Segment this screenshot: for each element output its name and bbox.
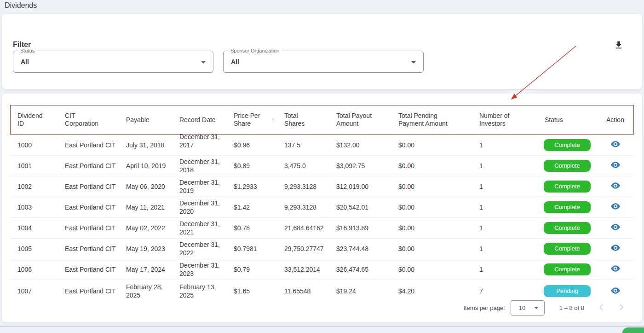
dividends-table-card: Dividend ID CIT Corporation Payable Reco… (2, 93, 642, 322)
col-header-dividend-id[interactable]: Dividend ID (10, 105, 58, 134)
cell-number-of-investors: 1 (472, 197, 537, 217)
cell-total-shares: 29,750.27747 (277, 238, 329, 259)
cell-total-shares: 11.65548 (277, 280, 329, 303)
col-header-number-of-investors[interactable]: Number of Investors (472, 105, 537, 134)
cell-total-pending-payment-amount: $0.00 (391, 217, 472, 238)
status-filter-value: All (21, 58, 29, 65)
cell-cit-corporation: East Portland CIT (58, 280, 119, 303)
cell-total-pending-payment-amount: $0.00 (391, 176, 472, 197)
cell-action (599, 197, 633, 217)
chevron-down-icon (201, 61, 206, 64)
status-filter-select[interactable]: Status All (13, 51, 213, 73)
cell-total-payout-amount: $132.00 (329, 134, 391, 155)
cell-dividend-id: 1006 (10, 259, 58, 280)
col-header-total-pending-payment-amount[interactable]: Total Pending Payment Amount (391, 105, 472, 134)
cell-status: Complete (537, 259, 599, 280)
chevron-down-icon (535, 307, 538, 309)
cell-total-payout-amount: $12,019.00 (329, 176, 391, 197)
col-header-cit-corporation[interactable]: CIT Corporation (58, 105, 119, 134)
cell-price-per-share: $1.2933 (226, 176, 277, 197)
eye-icon[interactable] (610, 264, 621, 274)
status-badge: Complete (544, 181, 591, 193)
cell-action (599, 259, 633, 280)
eye-icon[interactable] (610, 286, 621, 296)
col-header-total-shares[interactable]: Total Shares (277, 105, 329, 134)
cell-cit-corporation: East Portland CIT (58, 217, 119, 238)
items-per-page-select[interactable]: 10 (511, 300, 545, 315)
cell-price-per-share: $1.42 (226, 197, 277, 217)
cell-price-per-share: $0.89 (226, 155, 277, 176)
cell-number-of-investors: 1 (472, 176, 537, 197)
col-header-action: Action (599, 105, 633, 134)
cell-record-date: December 31, 2018 (172, 155, 226, 176)
status-badge: Complete (544, 160, 591, 172)
cell-payable: April 10, 2019 (119, 155, 172, 176)
cell-status: Complete (537, 134, 599, 155)
cell-dividend-id: 1003 (10, 197, 58, 217)
cell-total-shares: 9,293.3128 (277, 176, 329, 197)
cell-action (599, 238, 633, 259)
cell-cit-corporation: East Portland CIT (58, 134, 119, 155)
cell-total-pending-payment-amount: $0.00 (391, 259, 472, 280)
cell-action (599, 176, 633, 197)
eye-icon[interactable] (610, 244, 621, 253)
status-filter-label: Status (18, 48, 37, 53)
cell-price-per-share: $0.7981 (226, 238, 277, 259)
cell-total-pending-payment-amount: $0.00 (391, 155, 472, 176)
cell-record-date: December 31, 2020 (172, 197, 226, 217)
eye-icon[interactable] (610, 202, 621, 212)
cell-total-pending-payment-amount: $4.20 (391, 280, 472, 303)
table-row: 1007 East Portland CIT February 28, 2025… (10, 280, 633, 303)
col-header-total-payout-amount[interactable]: Total Payout Amount (329, 105, 391, 134)
eye-icon[interactable] (610, 181, 621, 191)
status-badge: Complete (544, 201, 591, 213)
cell-dividend-id: 1000 (10, 134, 58, 155)
col-header-payable[interactable]: Payable (119, 105, 172, 134)
cell-number-of-investors: 7 (472, 280, 537, 303)
window-divider (0, 326, 644, 327)
cell-price-per-share: $0.78 (226, 217, 277, 238)
cell-payable: May 19, 2023 (119, 238, 172, 259)
cell-total-pending-payment-amount: $0.00 (391, 197, 472, 217)
page-title: Dividends (5, 1, 37, 10)
cell-total-payout-amount: $3,092.75 (329, 155, 391, 176)
col-header-record-date[interactable]: Record Date (172, 105, 226, 134)
chevron-left-icon[interactable] (597, 302, 605, 314)
cell-record-date: February 13, 2025 (172, 280, 226, 303)
eye-icon[interactable] (610, 223, 621, 233)
cell-total-payout-amount: $16,913.89 (329, 217, 391, 238)
cell-total-shares: 21,684.64162 (277, 217, 329, 238)
cell-total-pending-payment-amount: $0.00 (391, 134, 472, 155)
items-per-page-label: Items per page: (463, 304, 505, 311)
cell-record-date: December 31, 2017 (172, 134, 226, 155)
cell-payable: May 17, 2024 (119, 259, 172, 280)
cell-total-payout-amount: $20,542.01 (329, 197, 391, 217)
cell-record-date: December 31, 2022 (172, 238, 226, 259)
sponsor-organization-filter-select[interactable]: Sponsor Organization All (223, 51, 424, 73)
table-header-row: Dividend ID CIT Corporation Payable Reco… (10, 105, 633, 134)
col-header-status[interactable]: Status (537, 105, 599, 134)
status-badge: Complete (544, 222, 591, 234)
table-row: 1006 East Portland CIT May 17, 2024 Dece… (10, 259, 633, 280)
cell-action (599, 134, 633, 155)
eye-icon[interactable] (610, 161, 621, 170)
cell-total-payout-amount: $26,474.65 (329, 259, 391, 280)
cell-payable: May 06, 2020 (119, 176, 172, 197)
cell-dividend-id: 1005 (10, 238, 58, 259)
chevron-right-icon[interactable] (618, 302, 626, 314)
download-icon[interactable] (613, 40, 625, 52)
cell-record-date: December 31, 2021 (172, 217, 226, 238)
eye-icon[interactable] (610, 140, 621, 150)
cell-status: Pending (537, 280, 599, 303)
cell-cit-corporation: East Portland CIT (58, 197, 119, 217)
chat-widget-button[interactable] (622, 327, 644, 333)
cell-total-shares: 3,475.0 (277, 155, 329, 176)
cell-status: Complete (537, 155, 599, 176)
col-header-price-per-share[interactable]: Price Per Share ↑ (226, 105, 277, 134)
table-row: 1002 East Portland CIT May 06, 2020 Dece… (10, 176, 633, 197)
filter-card: Filter Status All Sponsor Organization A… (2, 14, 642, 89)
cell-payable: February 28, 2025 (119, 280, 172, 303)
cell-price-per-share: $1.65 (226, 280, 277, 303)
cell-payable: May 02, 2022 (119, 217, 172, 238)
pagination: Items per page: 10 1 – 8 of 8 (463, 300, 626, 315)
